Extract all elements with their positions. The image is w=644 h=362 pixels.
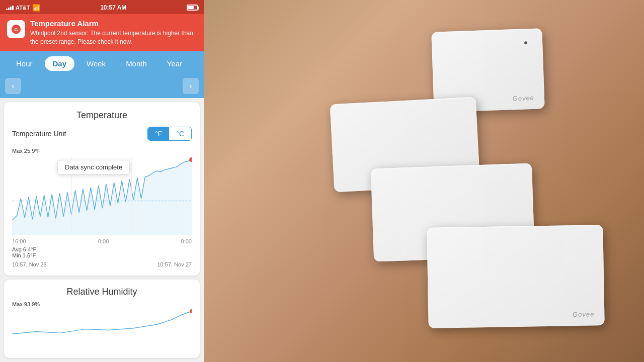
sensor-label-4: Govee [573,310,595,318]
chart-avg-min: Avg 6.4°F Min 1.6°F [12,246,192,258]
wifi-icon: 📶 [32,4,40,12]
status-bar: AT&T 📶 10:57 AM [0,0,204,14]
tab-day[interactable]: Day [45,56,75,71]
next-button[interactable]: › [183,78,199,94]
status-left: AT&T 📶 [6,4,40,12]
unit-c-button[interactable]: °C [169,127,191,140]
status-time: 10:57 AM [100,4,126,11]
date-end: 10:57, Nov 27 [157,261,192,267]
unit-selector: Temperature Unit °F °C [12,127,192,141]
carrier-label: AT&T [16,5,30,11]
date-start: 10:57, Nov 26 [12,261,47,267]
humidity-section: Relative Humidity Max 93.9% [4,280,200,358]
chart-x-labels: 16:00 0:00 8:00 [12,238,192,244]
x-label-0: 16:00 [12,238,26,244]
time-tabs-bar: Hour Day Week Month Year [0,51,204,76]
unit-f-button[interactable]: °F [148,127,169,140]
tab-year[interactable]: Year [159,56,190,71]
battery-container [187,5,198,11]
notification-text: Temperature Alarm Whirlpool 2nd sensor: … [30,19,197,46]
signal-bar-1 [6,9,8,10]
sensor-label-1: Govee [512,94,534,103]
tab-hour[interactable]: Hour [8,56,41,71]
phone-app: AT&T 📶 10:57 AM G Temperature Alarm Whir… [0,0,204,362]
x-label-1: 0:00 [98,238,109,244]
sensor-block-4: Govee [427,225,604,328]
temp-max-label: Max 25.9°F [12,148,192,154]
govee-icon: G [7,20,25,38]
signal-bar-2 [8,8,10,10]
battery-icon [187,5,198,11]
chart-dates: 10:57, Nov 26 10:57, Nov 27 [12,261,192,267]
tab-month[interactable]: Month [118,56,155,71]
notification-title: Temperature Alarm [30,19,197,28]
govee-logo-svg: G [11,24,22,35]
min-label: Min 1.6°F [12,252,192,258]
unit-label: Temperature Unit [12,130,66,138]
signal-bar-4 [12,6,14,10]
unit-buttons: °F °C [147,127,192,141]
prev-button[interactable]: ‹ [5,78,21,94]
svg-text:G: G [14,27,18,32]
temperature-title: Temperature [12,110,192,121]
content-area: Temperature Temperature Unit °F °C Max 2… [0,98,204,362]
humidity-title: Relative Humidity [12,287,192,297]
navigation-bar: ‹ › [0,76,204,98]
signal-icon [6,6,14,10]
humidity-max-label: Max 93.9% [12,301,192,307]
signal-bar-3 [10,7,12,10]
humidity-chart-wrap [12,309,192,339]
tab-week[interactable]: Week [78,56,114,71]
notification-banner: G Temperature Alarm Whirlpool 2nd sensor… [0,14,204,51]
chart-tooltip: Data sync complete [57,160,130,174]
svg-point-6 [190,309,192,313]
temperature-chart-wrap: Data sync complete [12,156,192,236]
x-label-2: 8:00 [181,238,192,244]
battery-fill [188,6,194,9]
notification-description: Whirlpool 2nd sensor: The current temper… [30,29,197,46]
sensor-dot-1 [524,41,527,44]
avg-label: Avg 6.4°F [12,246,192,252]
humidity-chart-svg [12,309,192,339]
temperature-section: Temperature Temperature Unit °F °C Max 2… [4,102,200,276]
temperature-chart-container: Max 25.9°F Data sync complete [12,148,192,267]
